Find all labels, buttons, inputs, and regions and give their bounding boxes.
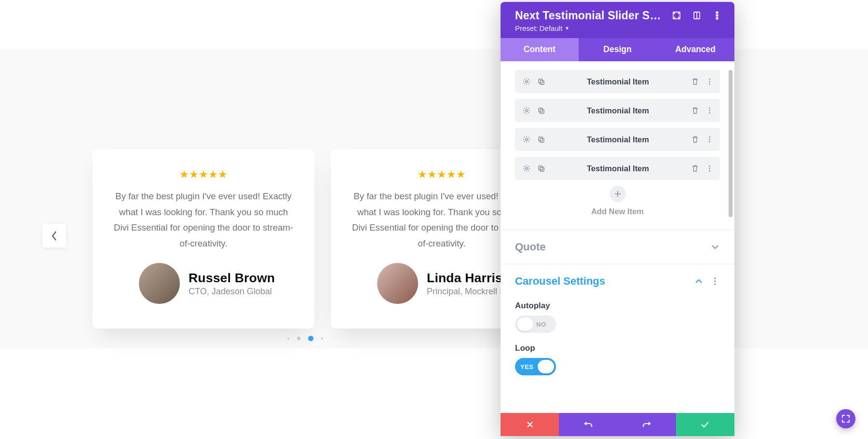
- svg-point-32: [714, 283, 715, 285]
- save-button[interactable]: [676, 413, 734, 436]
- prev-arrow-button[interactable]: [42, 224, 66, 247]
- tab-content[interactable]: Content: [501, 38, 579, 61]
- panel-header[interactable]: Next Testimonial Slider Sett… Preset: De…: [501, 2, 734, 38]
- svg-rect-19: [539, 137, 542, 141]
- pagination-dot[interactable]: [297, 337, 300, 340]
- svg-point-6: [526, 81, 528, 82]
- toggle-knob: [538, 360, 554, 373]
- svg-point-18: [526, 138, 528, 140]
- svg-point-28: [708, 167, 710, 169]
- loop-toggle[interactable]: YES: [515, 358, 556, 375]
- svg-point-5: [716, 17, 718, 19]
- chevron-up-icon: [695, 277, 704, 286]
- add-item-label: Add New Item: [591, 207, 644, 216]
- star-icon: ★: [218, 169, 228, 180]
- loop-label: Loop: [515, 343, 720, 353]
- svg-point-24: [526, 167, 528, 169]
- star-icon: ★: [447, 169, 456, 180]
- trash-icon[interactable]: [690, 135, 700, 144]
- more-icon[interactable]: [705, 77, 714, 86]
- section-carousel-settings[interactable]: Carousel Settings: [515, 264, 720, 298]
- chevron-down-icon: ▼: [565, 26, 570, 31]
- testimonial-item-row[interactable]: Testimonial Item: [515, 128, 720, 151]
- more-icon[interactable]: [710, 9, 724, 22]
- trash-icon[interactable]: [690, 106, 700, 115]
- tab-advanced[interactable]: Advanced: [656, 38, 734, 61]
- add-item-button[interactable]: [610, 186, 626, 202]
- testimonial-item-row[interactable]: Testimonial Item: [515, 99, 720, 122]
- svg-point-17: [708, 112, 710, 113]
- redo-button[interactable]: [618, 413, 676, 436]
- duplicate-icon[interactable]: [536, 77, 546, 86]
- testimonial-item-row[interactable]: Testimonial Item: [515, 70, 720, 93]
- item-label: Testimonial Item: [551, 77, 685, 86]
- section-quote[interactable]: Quote: [515, 230, 720, 264]
- toggle-knob: [517, 317, 533, 331]
- svg-point-22: [708, 138, 710, 140]
- trash-icon[interactable]: [690, 77, 700, 86]
- autoplay-toggle[interactable]: NO: [515, 316, 556, 333]
- avatar: [139, 263, 180, 304]
- gear-icon[interactable]: [522, 106, 531, 115]
- rating-stars: ★★★★★: [418, 169, 466, 180]
- svg-point-21: [708, 136, 710, 137]
- pagination-dot-active[interactable]: [308, 336, 313, 341]
- gear-icon[interactable]: [522, 135, 531, 144]
- author-role: CTO, Jadeson Global: [189, 287, 275, 297]
- preset-selector[interactable]: Preset: Default ▼: [515, 24, 724, 32]
- svg-point-30: [714, 277, 715, 279]
- undo-button[interactable]: [559, 413, 617, 436]
- more-icon[interactable]: [709, 277, 720, 286]
- more-icon[interactable]: [705, 106, 714, 115]
- star-icon: ★: [427, 169, 437, 180]
- star-icon: ★: [456, 169, 466, 180]
- autoplay-label: Autoplay: [515, 301, 720, 311]
- pagination-dot[interactable]: [287, 338, 289, 340]
- avatar: [377, 263, 418, 304]
- cancel-button[interactable]: [501, 413, 559, 436]
- settings-tabs: Content Design Advanced: [501, 38, 734, 61]
- more-icon[interactable]: [705, 135, 714, 144]
- panel-body[interactable]: Testimonial Item Testimonial Item Testim…: [501, 61, 734, 413]
- testimonial-item-row[interactable]: Testimonial Item: [515, 157, 720, 180]
- svg-point-16: [708, 110, 710, 111]
- svg-rect-13: [539, 108, 542, 112]
- star-icon: ★: [208, 169, 218, 180]
- svg-rect-25: [539, 166, 542, 170]
- snap-icon[interactable]: [690, 9, 704, 22]
- star-icon: ★: [179, 169, 189, 180]
- item-label: Testimonial Item: [551, 106, 685, 115]
- svg-point-11: [708, 83, 710, 84]
- star-icon: ★: [199, 169, 208, 180]
- rating-stars: ★★★★★: [179, 169, 228, 180]
- author-name: Russel Brown: [189, 271, 275, 286]
- expand-fab[interactable]: [836, 409, 855, 428]
- svg-point-3: [716, 12, 718, 14]
- svg-point-29: [708, 170, 710, 171]
- svg-rect-7: [539, 79, 542, 83]
- tab-design[interactable]: Design: [579, 38, 657, 61]
- duplicate-icon[interactable]: [536, 106, 546, 115]
- star-icon: ★: [418, 169, 427, 180]
- duplicate-icon[interactable]: [536, 135, 546, 144]
- module-settings-panel: Next Testimonial Slider Sett… Preset: De…: [501, 2, 734, 436]
- expand-icon[interactable]: [670, 9, 683, 22]
- testimonial-quote: By far the best plugin I've ever used! E…: [111, 189, 296, 251]
- trash-icon[interactable]: [690, 164, 700, 173]
- svg-point-12: [526, 110, 528, 111]
- svg-rect-14: [540, 110, 544, 113]
- svg-point-23: [708, 141, 710, 142]
- more-icon[interactable]: [705, 164, 714, 173]
- panel-title: Next Testimonial Slider Sett…: [515, 9, 663, 22]
- svg-point-4: [716, 14, 718, 16]
- scrollbar-thumb[interactable]: [729, 70, 732, 217]
- svg-point-10: [708, 81, 710, 82]
- duplicate-icon[interactable]: [536, 164, 546, 173]
- chevron-down-icon: [711, 243, 720, 251]
- svg-point-9: [708, 78, 710, 80]
- svg-rect-20: [540, 138, 544, 142]
- gear-icon[interactable]: [522, 164, 531, 173]
- svg-point-31: [714, 280, 715, 282]
- gear-icon[interactable]: [522, 77, 531, 86]
- pagination-dot[interactable]: [321, 338, 323, 340]
